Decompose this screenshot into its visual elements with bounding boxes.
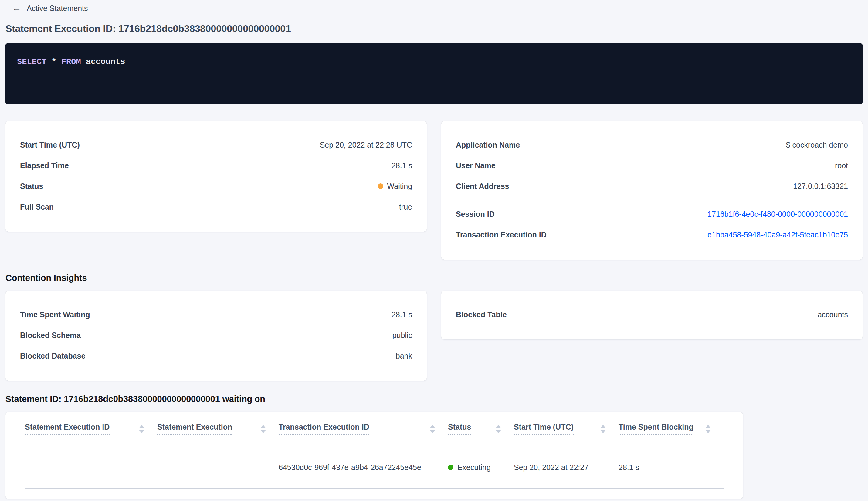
row-status: Status Waiting (20, 176, 412, 196)
row-blocked-database: Blocked Database bank (20, 345, 412, 366)
application-name-label: Application Name (456, 141, 520, 149)
full-scan-label: Full Scan (20, 203, 54, 211)
blocked-schema-value: public (392, 331, 412, 340)
row-blocked-table: Blocked Table accounts (456, 304, 848, 325)
sql-star: * (46, 57, 61, 66)
session-id-label: Session ID (456, 210, 495, 218)
time-spent-waiting-label: Time Spent Waiting (20, 310, 90, 319)
application-name-value: $ cockroach demo (786, 141, 848, 149)
session-id-link[interactable]: 1716b1f6-4e0c-f480-0000-000000000001 (707, 210, 848, 218)
blocked-schema-label: Blocked Schema (20, 331, 81, 340)
column-header-label: Statement Execution ID (25, 423, 110, 435)
start-time-label: Start Time (UTC) (20, 141, 80, 149)
blocked-database-value: bank (396, 352, 412, 360)
time-spent-waiting-value: 28.1 s (391, 310, 412, 319)
column-header-label: Time Spent Blocking (619, 423, 694, 435)
back-link-label: Active Statements (27, 4, 88, 13)
user-name-label: User Name (456, 161, 496, 170)
table-row: 64530d0c-969f-437e-a9b4-26a72245e45e Exe… (25, 446, 724, 489)
waiting-on-table-header: Statement Execution ID Statement Executi… (25, 412, 724, 446)
column-header-time-spent-blocking[interactable]: Time Spent Blocking (619, 423, 724, 435)
execution-summary-card: Start Time (UTC) Sep 20, 2022 at 22:28 U… (6, 121, 427, 232)
cell-transaction-execution-id: 64530d0c-969f-437e-a9b4-26a72245e45e (279, 463, 448, 472)
sort-icon[interactable] (496, 425, 501, 433)
sort-icon[interactable] (260, 425, 266, 433)
cell-start-time: Sep 20, 2022 at 22:27 (514, 463, 619, 472)
summary-cards-row: Start Time (UTC) Sep 20, 2022 at 22:28 U… (6, 121, 862, 259)
contention-waiting-card: Time Spent Waiting 28.1 s Blocked Schema… (6, 291, 427, 381)
blocked-database-label: Blocked Database (20, 352, 85, 360)
sort-icon[interactable] (139, 425, 144, 433)
column-header-label: Transaction Execution ID (279, 423, 369, 435)
row-elapsed-time: Elapsed Time 28.1 s (20, 155, 412, 176)
blocked-table-value: accounts (818, 310, 848, 319)
full-scan-value: true (399, 203, 412, 211)
column-header-start-time[interactable]: Start Time (UTC) (514, 423, 619, 435)
column-header-label: Status (448, 423, 471, 435)
column-header-label: Start Time (UTC) (514, 423, 574, 435)
row-time-spent-waiting: Time Spent Waiting 28.1 s (20, 304, 412, 325)
waiting-on-heading: Statement ID: 1716b218dc0b38380000000000… (6, 394, 862, 404)
status-badge: Waiting (387, 182, 412, 191)
client-address-value: 127.0.0.1:63321 (793, 182, 848, 191)
session-card-divider (456, 200, 848, 200)
sql-statement-text: SELECT * FROM accounts (17, 57, 851, 66)
executing-status-badge: Executing (457, 463, 491, 472)
row-transaction-execution-id: Transaction Execution ID e1bba458-5948-4… (456, 224, 848, 245)
waiting-on-table: Statement Execution ID Statement Executi… (6, 412, 743, 499)
sort-icon[interactable] (430, 425, 435, 433)
client-address-label: Client Address (456, 182, 509, 191)
transaction-execution-id-label: Transaction Execution ID (456, 231, 546, 239)
row-start-time: Start Time (UTC) Sep 20, 2022 at 22:28 U… (20, 135, 412, 155)
page-title: Statement Execution ID: 1716b218dc0b3838… (6, 23, 862, 34)
status-value: Waiting (378, 182, 412, 191)
row-user-name: User Name root (456, 155, 848, 176)
back-link-active-statements[interactable]: ← Active Statements (6, 0, 88, 13)
sort-icon[interactable] (600, 425, 606, 433)
transaction-execution-id-link[interactable]: e1bba458-5948-40a9-a42f-5feac1b10e75 (707, 231, 848, 239)
contention-cards-row: Time Spent Waiting 28.1 s Blocked Schema… (6, 291, 862, 381)
column-header-label: Statement Execution (157, 423, 232, 435)
row-client-address: Client Address 127.0.0.1:63321 (456, 176, 848, 196)
elapsed-time-label: Elapsed Time (20, 161, 69, 170)
blocked-table-label: Blocked Table (456, 310, 507, 319)
executing-status-dot-icon (448, 465, 453, 470)
elapsed-time-value: 28.1 s (391, 161, 412, 170)
column-header-statement-execution[interactable]: Statement Execution (157, 423, 279, 435)
statement-execution-details-page: ← Active Statements Statement Execution … (0, 0, 868, 499)
column-header-status[interactable]: Status (448, 423, 514, 435)
row-blocked-schema: Blocked Schema public (20, 325, 412, 345)
row-application-name: Application Name $ cockroach demo (456, 135, 848, 155)
row-session-id: Session ID 1716b1f6-4e0c-f480-0000-00000… (456, 204, 848, 224)
start-time-value: Sep 20, 2022 at 22:28 UTC (320, 141, 412, 149)
sql-keyword-from: FROM (61, 57, 81, 66)
cell-status: Executing (448, 463, 514, 472)
sort-icon[interactable] (705, 425, 711, 433)
user-name-value: root (835, 161, 848, 170)
sql-table-name: accounts (81, 57, 125, 66)
sql-statement-box: SELECT * FROM accounts (6, 43, 862, 104)
column-header-transaction-execution-id[interactable]: Transaction Execution ID (279, 423, 448, 435)
contention-insights-heading: Contention Insights (6, 273, 862, 283)
cell-time-spent-blocking: 28.1 s (619, 463, 724, 472)
back-arrow-icon: ← (12, 4, 21, 13)
sql-keyword-select: SELECT (17, 57, 46, 66)
session-summary-card: Application Name $ cockroach demo User N… (441, 121, 862, 259)
waiting-status-dot-icon (378, 183, 383, 189)
column-header-statement-execution-id[interactable]: Statement Execution ID (25, 423, 157, 435)
table-bottom-padding (25, 489, 724, 499)
contention-blocked-table-card: Blocked Table accounts (441, 291, 862, 340)
row-full-scan: Full Scan true (20, 196, 412, 217)
status-label: Status (20, 182, 43, 191)
